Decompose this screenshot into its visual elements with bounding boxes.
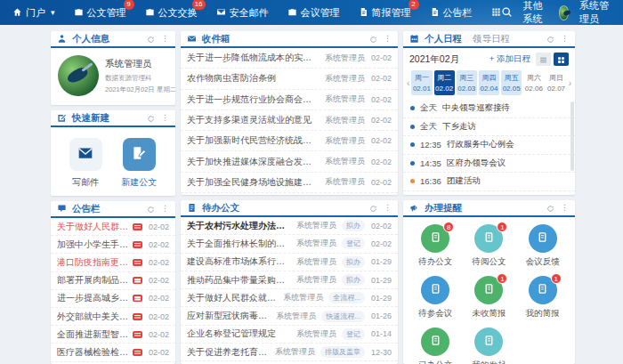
inbox-list: 关于进一步降低物流成本的实施意见 系统管理员 02-02 农作物病虫害防治条例 … <box>181 48 398 193</box>
schedule-event[interactable]: 16:36 团建活动 <box>403 173 575 191</box>
more-icon[interactable]: ⋮ <box>384 35 392 43</box>
schedule-event[interactable]: 12:35 行政服务中心例会 <box>403 136 575 155</box>
inbox-item[interactable]: 关于加强新时代民营经济统战工作的意见 系统管理员 02-02 <box>181 131 398 151</box>
tab-personal-schedule[interactable]: 个人日程 <box>425 33 462 45</box>
reminder-item[interactable]: 会议反馈 <box>516 224 570 276</box>
profile-dept: 数据资源管理科 <box>105 74 175 83</box>
refresh-icon[interactable] <box>546 31 554 47</box>
inbox-item[interactable]: 农作物病虫害防治条例 系统管理员 02-02 <box>181 69 398 89</box>
inbox-item[interactable]: 关于进一步降低物流成本的实施意见 系统管理员 02-02 <box>181 48 398 69</box>
todo-item[interactable]: 企业名称登记管理规定 系统管理员 登记 01-14 <box>181 326 398 344</box>
nav-item[interactable]: 公告栏 <box>430 6 473 20</box>
nav-item-portal[interactable]: 门户 ▾ <box>12 6 55 20</box>
doc-white-icon <box>536 231 549 247</box>
grid-view-toggle[interactable] <box>554 53 569 66</box>
nav-item[interactable]: 会议管理 <box>287 6 340 20</box>
write-mail-button[interactable]: 写邮件 <box>69 138 102 189</box>
todo-item[interactable]: 建设高标准市场体系行动方案 系统管理员 拟办 01-29 <box>181 254 398 271</box>
refresh-icon[interactable] <box>369 200 377 216</box>
refresh-icon[interactable] <box>147 201 155 217</box>
reminder-item[interactable]: 1 未收简报 <box>462 276 515 328</box>
reminder-item[interactable]: 8 待办公文 <box>409 224 462 276</box>
schedule-event[interactable]: 全天 下乡走访 <box>403 118 575 137</box>
refresh-icon[interactable] <box>147 31 155 47</box>
bulletin-item[interactable]: 关于做好人民群众就地过年... 02-02 <box>51 218 175 236</box>
refresh-icon[interactable] <box>546 200 554 216</box>
schedule-event[interactable]: 全天 中央领导巡察接待 <box>403 100 575 118</box>
refresh-icon[interactable] <box>369 31 377 47</box>
more-icon[interactable]: ⋮ <box>384 204 392 212</box>
more-icon[interactable]: ⋮ <box>561 204 569 212</box>
bulletin-item[interactable]: 医疗器械检验检测能力建设... 02-02 <box>51 344 175 361</box>
refresh-icon[interactable] <box>147 110 155 126</box>
mail-blue-icon <box>187 31 197 47</box>
doc-white-icon <box>482 334 496 351</box>
nav-item[interactable]: 公文管理 9 <box>74 6 126 20</box>
search-icon[interactable] <box>501 6 513 20</box>
briefcase-icon <box>287 7 297 19</box>
bulletin-item[interactable]: 外交部就中美关系等答问 02-02 <box>51 308 175 326</box>
more-icon[interactable]: ⋮ <box>161 114 169 122</box>
inbox-item[interactable]: 关于支持多渠道灵活就业的意见 系统管理员 02-02 <box>181 110 398 131</box>
nav-badge: 9 <box>124 0 134 10</box>
todo-item[interactable]: 关于促进养老托育服务健康发... 系统管理员 排版及盖章 12-30 <box>181 344 398 361</box>
bulletin-item[interactable]: 加强中小学生手机管理 02-02 <box>51 236 175 254</box>
bulletin-item[interactable]: 进一步提高城乡社区防控精... 02-02 <box>51 290 175 308</box>
list-view-toggle[interactable] <box>536 53 551 66</box>
nav-item[interactable]: 简报管理 2 <box>359 6 411 20</box>
other-systems-link[interactable]: 其他系统 <box>523 0 548 26</box>
day-chip[interactable]: 周一 02.01 <box>411 70 432 95</box>
schedule-event[interactable]: 14:35 区府办领导会议 <box>403 155 575 174</box>
panel-title: 收件箱 <box>202 33 231 45</box>
day-chip[interactable]: 周四 02.04 <box>479 70 499 95</box>
day-chip[interactable]: 周日 02.07 <box>546 70 566 95</box>
add-schedule-button[interactable]: + 添加日程 <box>490 53 530 65</box>
apps-grid-icon[interactable] <box>491 7 501 19</box>
more-icon[interactable]: ⋮ <box>561 35 569 43</box>
more-icon[interactable]: ⋮ <box>161 35 169 43</box>
nav-item-label: 简报管理 <box>372 6 411 20</box>
inbox-item[interactable]: 关于加强全民健身场地设施建设发展群众体育的意... 系统管理员 02-02 <box>181 173 398 193</box>
panel-inbox: 收件箱 ⋮ 关于进一步降低物流成本的实施意见 系统管理员 02-02 农作物病虫… <box>181 31 398 195</box>
nav-item[interactable]: 公文交换 16 <box>145 6 198 20</box>
bulletin-item[interactable]: 全面推进新型智慧城市建设 02-02 <box>51 326 175 344</box>
day-chip[interactable]: 周六 02.06 <box>523 70 544 95</box>
scrollbar[interactable] <box>570 101 574 171</box>
reminder-item[interactable]: 已办公文 <box>409 328 462 364</box>
panel-todo-docs: 待办公文 ⋮ 关于农村污水处理办法相关通知 系统管理员 拟办 02-02 关于全… <box>181 200 398 364</box>
doc-white-icon <box>429 334 442 351</box>
home-icon <box>12 7 22 19</box>
bulletin-item[interactable]: 部署开展肉制品质量安全提... 02-02 <box>51 272 175 290</box>
doc-white-icon <box>482 231 496 247</box>
todo-item[interactable]: 应对新型冠状病毒感染肺炎疫... 系统管理员 快速流程... 01-26 <box>181 307 398 325</box>
todo-item[interactable]: 推动药品集中带量采购工作常... 系统管理员 拟办 01-29 <box>181 271 398 289</box>
tab-leader-schedule[interactable]: 领导日程 <box>473 33 510 45</box>
bulletin-item[interactable]: 港口防疫指南更新 提高一线... 02-02 <box>51 254 175 271</box>
event-list: 全天 中央领导巡察接待 全天 下乡走访 12:35 <box>403 100 575 191</box>
day-chip[interactable]: 周三 02.03 <box>457 70 477 95</box>
day-chip[interactable]: 周五 02.05 <box>501 70 522 95</box>
status-badge: 拟办 <box>342 220 365 231</box>
inbox-item[interactable]: 关于加快推进媒体深度融合发展的意见 系统管理员 02-02 <box>181 151 398 172</box>
todo-item[interactable]: 关于全面推行林长制的意见 系统管理员 登记 02-02 <box>181 235 398 253</box>
nav-item[interactable]: 安全邮件 <box>216 6 269 20</box>
more-icon[interactable]: ⋮ <box>161 205 169 213</box>
new-doc-button[interactable]: 新建公文 <box>121 138 157 189</box>
reminder-item[interactable]: 1 我的简报 <box>516 276 570 328</box>
reminder-item[interactable]: 待参会议 <box>409 276 462 328</box>
reminder-grid: 8 待办公文 1 待阅公文 <box>403 217 575 364</box>
inbox-item[interactable]: 关于进一步规范行业协会商会收费的通知 系统管理员 02-02 <box>181 90 398 110</box>
next-week-arrow[interactable]: › <box>568 78 572 88</box>
user-avatar[interactable] <box>559 5 570 20</box>
doc-icon <box>359 7 368 19</box>
day-chip[interactable]: 周二 02.02 <box>434 70 455 95</box>
reminder-item[interactable]: 1 待阅公文 <box>462 224 515 276</box>
reminder-item[interactable]: 我的发起 <box>462 328 515 364</box>
panel-title: 公告栏 <box>72 203 101 215</box>
profile-avatar[interactable] <box>58 55 99 96</box>
bulletin-list: 关于做好人民群众就地过年... 02-02 加强中小学生手机管理 02-02 港… <box>51 218 175 362</box>
status-badge: 登记 <box>342 328 365 340</box>
todo-item[interactable]: 关于农村污水处理办法相关通知 系统管理员 拟办 02-02 <box>181 217 398 235</box>
todo-item[interactable]: 关于做好人民群众就地过年服... 系统管理员 全流程... 01-29 <box>181 289 398 307</box>
username-label[interactable]: 系统管理员 <box>579 0 611 26</box>
